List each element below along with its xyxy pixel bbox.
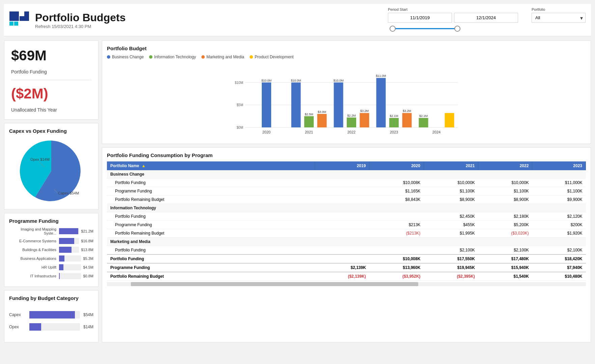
row-value-cell bbox=[532, 204, 586, 212]
bar-value-label: $11.0M bbox=[376, 74, 386, 78]
table-row: Programme Funding$213K$455K$5,200K$200K bbox=[107, 221, 586, 229]
row-name-cell: Portfolio Funding bbox=[107, 179, 315, 187]
budget-category-bars: Capex $54M Opex $14M bbox=[9, 311, 93, 331]
bar-value-label: $3.0M bbox=[318, 110, 326, 114]
prog-bar-value: $21.2M bbox=[81, 229, 93, 233]
bar-value-label: $2.1M bbox=[390, 114, 398, 118]
prog-bar-label: Imaging and Mapping Syste... bbox=[9, 227, 56, 235]
svg-rect-2 bbox=[14, 22, 18, 26]
row-value-cell bbox=[532, 238, 586, 246]
bar-rect bbox=[317, 114, 327, 127]
row-value-cell: $1,995K bbox=[424, 229, 478, 238]
prog-bar-track bbox=[59, 264, 81, 270]
table-row: Portfolio Funding$10,008K$17,550K$17,480… bbox=[107, 254, 586, 263]
row-value-cell: $10,480K bbox=[532, 272, 586, 281]
prog-bar-label: HR Uplift bbox=[9, 265, 56, 269]
budget-category-title: Funding by Budget Category bbox=[9, 295, 93, 301]
row-value-cell: $17,550K bbox=[424, 254, 478, 263]
row-value-cell: $1,165K bbox=[369, 187, 424, 195]
svg-rect-1 bbox=[9, 22, 13, 26]
left-column: $69M Portfolio Funding ($2M) Unallocated… bbox=[4, 40, 98, 342]
prog-bar-fill bbox=[59, 228, 78, 234]
row-value-cell bbox=[532, 170, 586, 179]
programme-bar-row: IT Infrastructure $0.8M bbox=[9, 273, 93, 279]
row-value-cell bbox=[315, 246, 369, 255]
consumption-table-card: Portfolio Funding Consumption by Program… bbox=[102, 147, 591, 342]
table-row: Business Change bbox=[107, 170, 586, 179]
budget-cat-value: $54M bbox=[83, 312, 93, 317]
row-value-cell: $8,843K bbox=[369, 195, 424, 204]
table-row: Portfolio Remaining Budget($213K)$1,995K… bbox=[107, 229, 586, 238]
row-value-cell bbox=[369, 238, 424, 246]
row-value-cell: $200K bbox=[532, 221, 586, 229]
portfolio-budget-card: Portfolio Budget Business ChangeInformat… bbox=[102, 40, 591, 144]
portfolio-funding-label: Portfolio Funding bbox=[11, 69, 91, 74]
svg-text:$10M: $10M bbox=[235, 81, 243, 85]
row-name-cell: Portfolio Funding bbox=[107, 212, 315, 221]
range-slider[interactable] bbox=[388, 25, 518, 33]
consumption-table: Portfolio Name ▲ 2019 2020 2021 2022 202… bbox=[107, 161, 586, 281]
row-value-cell: $2,100K bbox=[424, 246, 478, 255]
prog-bar-fill bbox=[59, 273, 60, 279]
row-value-cell: $2,139K bbox=[315, 263, 369, 272]
col-2020: 2020 bbox=[369, 161, 424, 170]
svg-point-7 bbox=[455, 26, 460, 31]
table-row: Programme Funding$1,165K$1,100K$1,100K$1… bbox=[107, 187, 586, 195]
row-name-cell: Programme Funding bbox=[107, 221, 315, 229]
row-value-cell bbox=[424, 204, 478, 212]
bar-rect bbox=[376, 78, 386, 127]
prog-bar-fill bbox=[59, 238, 74, 244]
budget-cat-label: Capex bbox=[9, 312, 26, 317]
prog-bar-value: $5.3M bbox=[83, 256, 93, 261]
row-value-cell bbox=[315, 170, 369, 179]
year-label: 2022 bbox=[347, 130, 356, 134]
row-value-cell: $2,120K bbox=[532, 212, 586, 221]
row-value-cell: $11,000K bbox=[532, 179, 586, 187]
slider-svg[interactable] bbox=[388, 25, 462, 33]
bar-rect bbox=[402, 113, 412, 127]
budget-cat-track bbox=[29, 323, 80, 331]
prog-bar-value: $16.8M bbox=[81, 239, 93, 243]
table-scroll-container[interactable]: Portfolio Name ▲ 2019 2020 2021 2022 202… bbox=[107, 161, 586, 281]
legend-item: Product Development bbox=[250, 55, 293, 59]
row-name-cell: Programme Funding bbox=[107, 263, 315, 272]
portfolio-select-wrapper[interactable]: All bbox=[532, 13, 586, 23]
scroll-thumb[interactable] bbox=[131, 282, 418, 286]
programme-bar-row: HR Uplift $4.5M bbox=[9, 264, 93, 270]
row-value-cell bbox=[315, 238, 369, 246]
row-value-cell: ($3,952K) bbox=[369, 272, 424, 281]
bar-rect bbox=[389, 118, 399, 127]
row-value-cell bbox=[478, 170, 532, 179]
budget-cat-fill bbox=[29, 311, 75, 318]
period-label: Period Start bbox=[388, 7, 518, 11]
row-value-cell bbox=[424, 170, 478, 179]
row-name-cell: Marketing and Media bbox=[107, 238, 315, 246]
row-value-cell bbox=[315, 187, 369, 195]
period-from-input[interactable] bbox=[388, 13, 452, 23]
prog-bar-value: $13.8M bbox=[81, 248, 93, 252]
row-value-cell: $1,920K bbox=[532, 229, 586, 238]
sort-arrow-icon: ▲ bbox=[142, 163, 146, 168]
bar-value-label: $2.1M bbox=[419, 114, 428, 118]
budget-cat-label: Opex bbox=[9, 325, 26, 329]
programme-bar-row: E-Commerce Systems $16.8M bbox=[9, 238, 93, 244]
bar-value-label: $10.0M bbox=[291, 79, 301, 82]
row-name-cell: Portfolio Remaining Budget bbox=[107, 195, 315, 204]
table-row: Programme Funding$2,139K$13,960K$19,945K… bbox=[107, 263, 586, 272]
row-value-cell: ($213K) bbox=[369, 229, 424, 238]
table-header: Portfolio Name ▲ 2019 2020 2021 2022 202… bbox=[107, 161, 586, 170]
programme-bars: Imaging and Mapping Syste... $21.2M E-Co… bbox=[9, 227, 93, 279]
capex-opex-title: Capex vs Opex Funding bbox=[9, 128, 93, 134]
programme-funding-title: Programme Funding bbox=[9, 218, 93, 224]
row-value-cell bbox=[424, 238, 478, 246]
scroll-bar[interactable] bbox=[107, 282, 586, 286]
legend-dot bbox=[107, 55, 110, 59]
year-label: 2024 bbox=[432, 130, 441, 134]
row-value-cell: $2,100K bbox=[478, 246, 532, 255]
row-value-cell: $10,000K bbox=[424, 179, 478, 187]
portfolio-select[interactable]: All bbox=[532, 13, 586, 23]
col-2021: 2021 bbox=[424, 161, 478, 170]
legend-label: Business Change bbox=[112, 55, 144, 59]
period-to-input[interactable] bbox=[454, 13, 518, 23]
row-value-cell: $18,420K bbox=[532, 254, 586, 263]
